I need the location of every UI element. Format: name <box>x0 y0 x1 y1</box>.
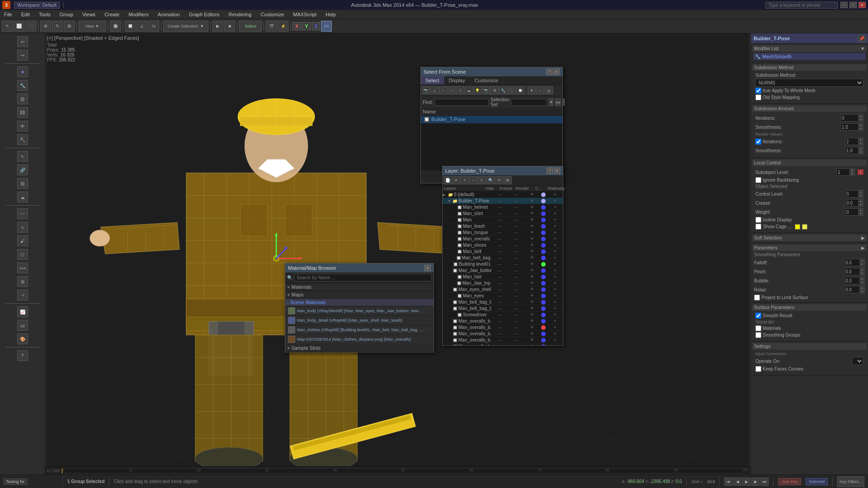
layer-item[interactable]: 🔲 Man_belt_bag_b — — 👁 ☀ <box>443 299 563 305</box>
layer-item[interactable]: 🔲 Man_belt_bag_b — — 👁 ☀ <box>443 305 563 312</box>
smoothing-groups-cb[interactable] <box>755 332 761 338</box>
st-btn-12[interactable]: 🔲 <box>516 86 524 94</box>
select-region-tool[interactable]: ⬜ <box>14 21 24 32</box>
layer-item[interactable]: 🔲 Man_overalls_b. — — 👁 ☀ <box>443 331 563 337</box>
st-btn-11[interactable]: ⬛ <box>508 86 516 94</box>
layer-item[interactable]: ▼ 📁 Builder_T-Pose — — 👁 ☀ <box>443 198 563 204</box>
schematic-view[interactable]: 🗂 <box>17 320 28 331</box>
close-button[interactable]: ✕ <box>859 2 866 8</box>
bind-tool[interactable]: ☁ <box>17 192 28 202</box>
bubble-down[interactable]: ▼ <box>860 281 864 284</box>
cage-color-1[interactable] <box>795 224 800 230</box>
axis-x[interactable]: X <box>292 22 301 30</box>
menu-create[interactable]: Create <box>103 11 121 18</box>
control-level-input[interactable] <box>845 190 859 197</box>
layer-item[interactable]: 🔲 Man_overalls_b. — — 👁 ☀ <box>443 324 563 331</box>
snap-toggle[interactable]: 🔲 <box>125 21 136 32</box>
layer-item[interactable]: 🔲 Man_shirt — — 👁 ☀ <box>443 211 563 217</box>
layer-tree[interactable]: ▶ 📁 0 (default) — — 👁 ☀ ▼ 📁 Builder_T-Po… <box>443 192 563 345</box>
reference-coord[interactable]: View ▼ <box>79 21 106 32</box>
subdiv-amount-title[interactable]: Subdivision Amount <box>752 105 867 112</box>
layer-item[interactable]: 🔲 Building level01 — — 👁 ☀ <box>443 261 563 267</box>
mat-section-maps[interactable]: + Maps <box>285 291 434 299</box>
next-frame[interactable]: ⏭ <box>760 478 769 486</box>
mat-search-input[interactable] <box>294 274 432 282</box>
menu-help[interactable]: Help <box>324 11 338 18</box>
layer-item[interactable]: 🔲 Man_overalls — — 👁 ☀ <box>443 236 563 242</box>
st-sort[interactable]: ↕ <box>536 86 544 94</box>
params-title[interactable]: Parameters ▶ <box>752 244 867 251</box>
select-tool[interactable]: ↖ <box>2 21 13 32</box>
st-btn-10[interactable]: 🔧 <box>499 86 507 94</box>
mat-item-0[interactable]: Man_body (VRaySkinMtl) [Man, Man_eyes, M… <box>285 306 434 316</box>
nurbs-tool[interactable]: ∿ <box>17 222 28 233</box>
subobj-up[interactable]: ▲ <box>850 169 854 172</box>
pinch-up[interactable]: ▲ <box>860 268 864 272</box>
utilities-panel[interactable]: 🔨 <box>17 134 28 145</box>
crease-input[interactable] <box>845 199 859 206</box>
materials-cb[interactable] <box>755 325 761 331</box>
apply-whole-mesh-checkbox[interactable] <box>755 88 761 94</box>
layer-item[interactable]: 🔲 Man_overalls_b. — — 👁 ☀ <box>443 318 563 324</box>
mesh-smooth-item[interactable]: 🔧 MeshSmooth <box>753 53 866 60</box>
layer-item[interactable]: 🔲 Man_eyes — — 👁 ☀ <box>443 293 563 299</box>
layer-item[interactable]: 🔲 Man_Jaw_bottor — — 👁 ☀ <box>443 267 563 274</box>
weight-up[interactable]: ▲ <box>859 208 863 212</box>
material-close-btn[interactable]: ✕ <box>425 265 431 271</box>
layer-item[interactable]: 🔲 Man_hair — — 👁 ☀ <box>443 274 563 280</box>
render-iter-down[interactable]: ▼ <box>859 141 863 145</box>
ignore-backfacing[interactable] <box>755 177 761 183</box>
layer-remove[interactable]: − <box>469 176 477 184</box>
next-key[interactable]: ▶ <box>751 478 760 486</box>
sel-set-input[interactable] <box>511 99 547 106</box>
unlink-tool[interactable]: ⛓ <box>17 178 28 189</box>
layer-delete[interactable]: ✕ <box>452 176 460 184</box>
layer-settings[interactable]: ⚙ <box>504 176 512 184</box>
st-btn-1[interactable]: 📷 <box>422 86 430 94</box>
local-control-title[interactable]: Local Control <box>752 160 867 166</box>
isoline-display[interactable] <box>755 217 761 223</box>
smoothness-down[interactable]: ▼ <box>859 127 863 131</box>
prev-frame[interactable]: ⏮ <box>724 478 732 486</box>
mat-item-3[interactable]: Map #2070297814 (Man_clothes_displace.pn… <box>285 335 434 344</box>
help-btn[interactable]: ? <box>17 350 28 361</box>
layer-help-btn[interactable]: ? <box>547 168 553 174</box>
cage-color-2[interactable] <box>802 224 807 230</box>
st-btn-5[interactable]: ⬡ <box>456 86 464 94</box>
hierarchy-panel[interactable]: ⛓ <box>17 94 28 104</box>
layer-add[interactable]: + <box>461 176 469 184</box>
subdiv-method-select[interactable]: NURMS <box>755 79 863 87</box>
layer-find[interactable]: 🔍 <box>486 176 495 184</box>
keep-faces-convex[interactable] <box>755 366 761 372</box>
scene-item-list[interactable]: 🔲 Builder_T-Pose <box>421 116 562 170</box>
relax-up[interactable]: ▲ <box>860 286 864 290</box>
ctrl-up[interactable]: ▲ <box>859 190 863 194</box>
subdiv-method-title[interactable]: Subdivision Method <box>752 64 867 71</box>
display-panel[interactable]: 👁 <box>17 121 28 131</box>
soft-selection-title[interactable]: Soft Selection ▶ <box>752 235 867 241</box>
render-prod[interactable]: ⚡ <box>278 21 288 32</box>
layer-refresh[interactable]: ↺ <box>495 176 503 184</box>
cloth-tool[interactable]: ⬡ <box>17 249 28 260</box>
restore-button[interactable]: □ <box>849 2 857 8</box>
project-limit[interactable] <box>754 295 760 300</box>
axis-z[interactable]: Z <box>312 22 321 30</box>
select-dialog-x[interactable]: ✕ <box>553 69 560 75</box>
workspace-selector[interactable]: Workspace: Default <box>14 2 60 9</box>
crease-up[interactable]: ▲ <box>859 199 863 203</box>
key-filters-btn[interactable]: Key Filters... <box>837 476 864 487</box>
layer-item[interactable]: 🔲 Man_belt_bag — — 👁 ☀ <box>443 255 563 261</box>
auto-key-btn[interactable]: Auto Key <box>778 478 801 485</box>
mat-sample-slots[interactable]: + Sample Slots <box>285 344 434 352</box>
menu-rendering[interactable]: Rendering <box>227 11 254 18</box>
mat-section-materials[interactable]: + Materials <box>285 283 434 291</box>
settings-title[interactable]: Settings <box>752 343 867 350</box>
operate-on-select[interactable] <box>852 357 863 365</box>
layer-select[interactable]: ↖ <box>478 176 486 184</box>
pinch-down[interactable]: ▼ <box>860 272 864 275</box>
undo-btn[interactable]: ↩ <box>17 36 28 47</box>
show-cage-checkbox[interactable] <box>755 224 761 230</box>
relax-input[interactable] <box>844 286 860 293</box>
falloff-up[interactable]: ▲ <box>860 259 864 263</box>
smoothness-input[interactable]: 1.0 <box>840 123 859 131</box>
